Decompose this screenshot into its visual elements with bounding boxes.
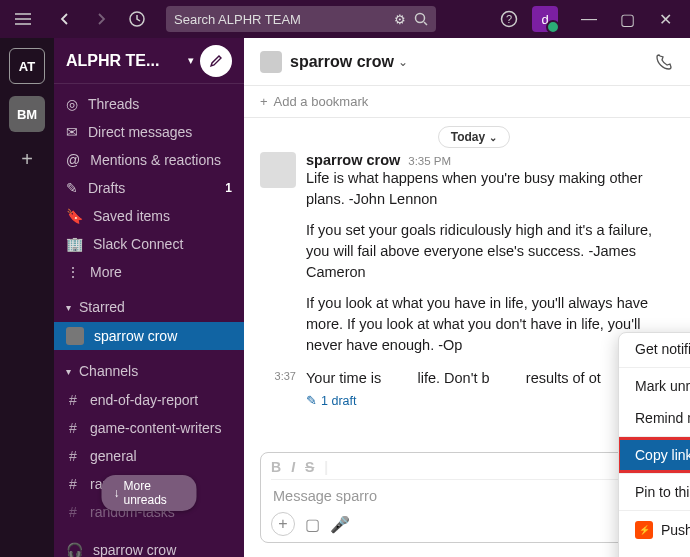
dots-icon: ⋮	[66, 264, 80, 280]
threads-icon: ◎	[66, 96, 78, 112]
window-maximize[interactable]: ▢	[610, 5, 644, 33]
message-text: Life is what happens when you're busy ma…	[306, 168, 688, 356]
sidebar: ALPHR TE... ▾ ◎Threads ✉Direct messages …	[54, 38, 244, 557]
menu-mark-unread[interactable]: Mark unreadU	[619, 370, 690, 402]
sidebar-mentions[interactable]: @Mentions & reactions	[54, 146, 244, 174]
at-icon: @	[66, 152, 80, 168]
channel-name[interactable]: sparrow crow	[290, 53, 394, 71]
starred-section[interactable]: ▾Starred	[54, 292, 244, 322]
channel-end-of-day[interactable]: #end-of-day-report	[54, 386, 244, 414]
channel-header: sparrow crow ⌄	[244, 38, 690, 86]
drafts-count: 1	[225, 181, 232, 195]
window-minimize[interactable]: —	[572, 5, 606, 33]
menu-get-notified[interactable]: Get notified about new replies	[619, 333, 690, 365]
chevron-down-icon: ▾	[188, 54, 194, 67]
hash-icon: #	[66, 392, 80, 408]
more-unreads-pill[interactable]: ↓More unreads	[102, 475, 197, 511]
channel-avatar	[260, 51, 282, 73]
hash-icon: #	[66, 448, 80, 464]
menu-more-shortcuts[interactable]: More message shortcuts...	[619, 547, 690, 557]
svg-text:?: ?	[506, 13, 512, 25]
pencil-icon: ✎	[306, 393, 317, 408]
arrow-down-icon: ↓	[114, 486, 120, 500]
forward-button[interactable]	[86, 5, 116, 33]
add-bookmark-button[interactable]: +Add a bookmark	[244, 86, 690, 118]
workspace-rail: AT BM +	[0, 38, 54, 557]
day-divider[interactable]: Today⌄	[438, 126, 510, 148]
sidebar-more[interactable]: ⋮More	[54, 258, 244, 286]
pencil-icon: ✎	[66, 180, 78, 196]
headphones-icon: 🎧	[66, 542, 83, 557]
workspace-alphr[interactable]: AT	[9, 48, 45, 84]
search-icon[interactable]	[414, 12, 428, 26]
compose-button[interactable]	[200, 45, 232, 77]
menu-pin[interactable]: Pin to this conversationP	[619, 476, 690, 508]
channels-section[interactable]: ▾Channels	[54, 356, 244, 386]
sidebar-dm-sparrow[interactable]: 🎧sparrow crow	[54, 536, 244, 557]
avatar-icon	[66, 327, 84, 345]
hash-icon: #	[66, 420, 80, 436]
user-avatar[interactable]: d	[532, 6, 558, 32]
filter-icon[interactable]: ⚙	[394, 12, 406, 27]
attach-button[interactable]: +	[271, 512, 295, 536]
sidebar-threads[interactable]: ◎Threads	[54, 90, 244, 118]
composer-toolbar: B I S |	[271, 459, 663, 480]
caret-icon: ▾	[66, 302, 71, 313]
video-button[interactable]: ▢	[305, 515, 320, 534]
message-time: 3:35 PM	[408, 155, 451, 167]
channel-general[interactable]: #general	[54, 442, 244, 470]
sidebar-dms[interactable]: ✉Direct messages	[54, 118, 244, 146]
menu-remind-me[interactable]: Remind me about this›	[619, 402, 690, 434]
bookmark-icon: 🔖	[66, 208, 83, 224]
back-button[interactable]	[50, 5, 80, 33]
chevron-down-icon: ⌄	[489, 132, 497, 143]
sidebar-drafts[interactable]: ✎Drafts1	[54, 174, 244, 202]
message-composer[interactable]: B I S | Message sparro + ▢ 🎤	[260, 452, 674, 543]
mic-button[interactable]: 🎤	[330, 515, 350, 534]
help-button[interactable]: ?	[494, 5, 524, 33]
message-time: 3:37	[260, 368, 296, 408]
bold-button[interactable]: B	[271, 459, 281, 475]
hamburger-icon[interactable]	[8, 5, 38, 33]
workspace-title[interactable]: ALPHR TE...	[66, 52, 182, 70]
hash-icon: #	[66, 476, 80, 492]
dm-icon: ✉	[66, 124, 78, 140]
channel-game-content[interactable]: #game-content-writers	[54, 414, 244, 442]
svg-point-1	[416, 14, 425, 23]
add-workspace-button[interactable]: +	[21, 148, 33, 171]
window-close[interactable]: ✕	[648, 5, 682, 33]
call-button[interactable]	[654, 52, 674, 72]
building-icon: 🏢	[66, 236, 83, 252]
message-context-menu: ⋮ Get notified about new replies Mark un…	[618, 332, 690, 557]
menu-push-zapier[interactable]: ⚡Push to Zapier...Zapier	[619, 513, 690, 547]
italic-button[interactable]: I	[291, 459, 295, 475]
sidebar-saved[interactable]: 🔖Saved items	[54, 202, 244, 230]
search-placeholder: Search ALPHR TEAM	[174, 12, 394, 27]
zapier-icon: ⚡	[635, 521, 653, 539]
strike-button[interactable]: S	[305, 459, 314, 475]
chevron-down-icon[interactable]: ⌄	[398, 55, 408, 69]
sidebar-starred-sparrow[interactable]: sparrow crow	[54, 322, 244, 350]
message-author[interactable]: sparrow crow	[306, 152, 400, 168]
sidebar-connect[interactable]: 🏢Slack Connect	[54, 230, 244, 258]
search-input[interactable]: Search ALPHR TEAM ⚙	[166, 6, 436, 32]
message-avatar[interactable]	[260, 152, 296, 188]
hash-icon: #	[66, 504, 80, 520]
plus-icon: +	[260, 94, 268, 109]
history-button[interactable]	[122, 5, 152, 33]
menu-copy-link[interactable]: Copy link	[619, 439, 690, 471]
caret-icon: ▾	[66, 366, 71, 377]
workspace-bm[interactable]: BM	[9, 96, 45, 132]
composer-input[interactable]: Message sparro	[271, 480, 663, 512]
